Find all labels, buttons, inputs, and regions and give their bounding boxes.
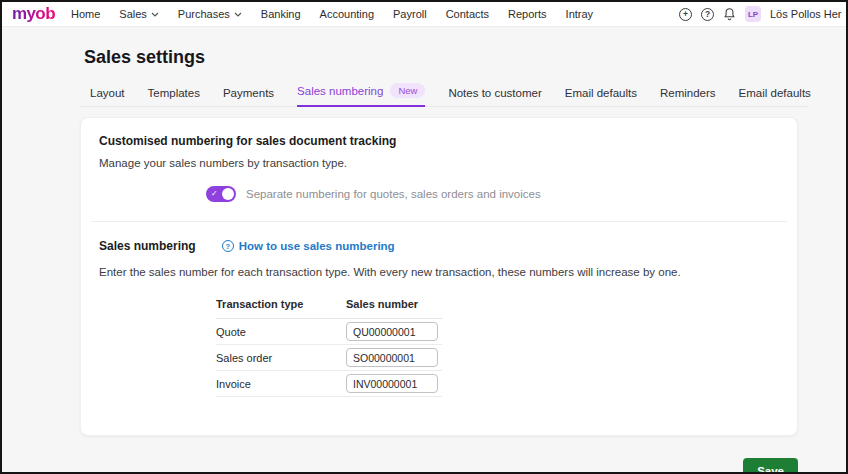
column-header-sales-number: Sales number: [346, 298, 418, 310]
myob-logo[interactable]: myob: [12, 5, 55, 24]
chevron-down-icon: [151, 12, 159, 17]
settings-tabs: Layout Templates Payments Sales numberin…: [80, 83, 808, 107]
transaction-type-label: Invoice: [216, 378, 346, 390]
help-circle-icon: ?: [222, 240, 234, 252]
sales-numbering-heading: Sales numbering: [99, 239, 196, 253]
tab-templates[interactable]: Templates: [148, 87, 200, 106]
transaction-type-label: Quote: [216, 326, 346, 338]
save-button[interactable]: Save: [743, 458, 798, 474]
tab-layout[interactable]: Layout: [90, 87, 125, 106]
tab-notes-to-customer[interactable]: Notes to customer: [448, 87, 541, 106]
nav-menu: Home Sales Purchases Banking Accounting …: [71, 8, 593, 20]
nav-item-purchases[interactable]: Purchases: [178, 8, 242, 20]
settings-card: Customised numbering for sales document …: [80, 117, 798, 436]
table-row-sales-order: Sales order: [216, 345, 442, 371]
separate-numbering-toggle[interactable]: ✓: [206, 186, 236, 202]
tab-email-defaults-2[interactable]: Email defaults: [739, 87, 811, 106]
table-header-row: Transaction type Sales number: [216, 293, 442, 319]
nav-item-intray[interactable]: Intray: [566, 8, 594, 20]
tab-email-defaults[interactable]: Email defaults: [565, 87, 637, 106]
new-badge: New: [390, 83, 425, 98]
chevron-down-icon: [234, 12, 242, 17]
check-icon: ✓: [211, 190, 218, 198]
custom-numbering-description: Manage your sales numbers by transaction…: [99, 157, 779, 169]
footer-actions: Save: [80, 458, 798, 474]
nav-item-reports[interactable]: Reports: [508, 8, 547, 20]
page-content: Sales settings Layout Templates Payments…: [80, 47, 808, 474]
nav-item-banking[interactable]: Banking: [261, 8, 301, 20]
nav-right: + ? LP Lös Pollos Herm: [679, 6, 842, 22]
tab-sales-numbering[interactable]: Sales numbering New: [297, 83, 425, 107]
sales-order-number-input[interactable]: [346, 348, 438, 367]
separate-numbering-row: ✓ Separate numbering for quotes, sales o…: [206, 186, 779, 202]
nav-item-payroll[interactable]: Payroll: [393, 8, 427, 20]
nav-item-sales[interactable]: Sales: [119, 8, 159, 20]
separate-numbering-label: Separate numbering for quotes, sales ord…: [246, 188, 541, 200]
sales-numbering-header: Sales numbering ? How to use sales numbe…: [99, 239, 779, 253]
user-name[interactable]: Lös Pollos Herm: [770, 8, 842, 20]
column-header-transaction-type: Transaction type: [216, 298, 346, 310]
invoice-number-input[interactable]: [346, 374, 438, 393]
app-window: myob Home Sales Purchases Banking Accoun…: [0, 0, 848, 474]
custom-numbering-heading: Customised numbering for sales document …: [99, 134, 779, 148]
toggle-knob: [222, 188, 234, 200]
tab-payments[interactable]: Payments: [223, 87, 274, 106]
user-avatar[interactable]: LP: [745, 6, 761, 22]
sales-numbering-table: Transaction type Sales number Quote Sale…: [216, 293, 442, 397]
sales-numbering-description: Enter the sales number for each transact…: [99, 266, 779, 278]
page-title: Sales settings: [84, 47, 808, 68]
tab-reminders[interactable]: Reminders: [660, 87, 716, 106]
nav-item-accounting[interactable]: Accounting: [320, 8, 374, 20]
section-divider: [91, 221, 787, 222]
nav-item-contacts[interactable]: Contacts: [446, 8, 489, 20]
help-circle-icon[interactable]: ?: [701, 8, 714, 21]
table-row-invoice: Invoice: [216, 371, 442, 397]
tab-sales-numbering-label: Sales numbering: [297, 85, 383, 97]
top-nav: myob Home Sales Purchases Banking Accoun…: [2, 2, 846, 27]
quote-number-input[interactable]: [346, 322, 438, 341]
nav-item-home[interactable]: Home: [71, 8, 100, 20]
how-to-use-link[interactable]: ? How to use sales numbering: [222, 240, 395, 252]
transaction-type-label: Sales order: [216, 352, 346, 364]
how-to-use-link-label: How to use sales numbering: [239, 240, 395, 252]
add-circle-icon[interactable]: +: [679, 8, 692, 21]
table-row-quote: Quote: [216, 319, 442, 345]
bell-icon[interactable]: [723, 7, 736, 21]
